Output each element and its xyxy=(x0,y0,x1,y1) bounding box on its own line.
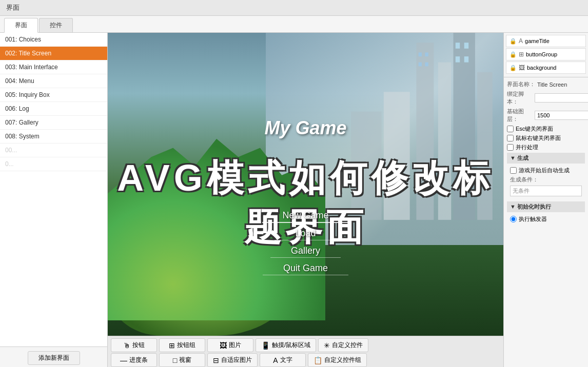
prop-parallel: 并行处理 xyxy=(507,144,585,151)
prop-bind-script-label: 绑定脚本： xyxy=(507,90,533,106)
svg-rect-10 xyxy=(456,43,460,49)
window-title: 界面 xyxy=(6,4,19,11)
game-title-text: My Game xyxy=(264,117,346,139)
tab-controls[interactable]: 控件 xyxy=(39,18,73,32)
scene-item-002[interactable]: 002: Title Screen xyxy=(0,47,107,60)
menu-btn-load[interactable]: Load xyxy=(275,227,336,240)
toolbar-btn-button[interactable]: 🖱 按钮 xyxy=(111,338,157,352)
generate-section-content: 游戏开始后自动生成 生成条件： 无条件 xyxy=(507,165,585,200)
menu-btn-newgame[interactable]: New Game xyxy=(262,209,349,223)
customgroup-icon: 📋 xyxy=(313,356,322,364)
prop-right-click-close: 鼠标右键关闭界面 xyxy=(507,134,585,142)
svg-rect-13 xyxy=(464,56,468,63)
touch-label: 触摸/鼠标区域 xyxy=(272,341,310,350)
menu-btn-gallery[interactable]: Gallery xyxy=(270,244,341,258)
tab-interface[interactable]: 界面 xyxy=(4,18,38,33)
toolbar-btn-buttongroup[interactable]: ⊞ 按钮组 xyxy=(159,338,205,352)
canvas-wrapper[interactable]: My Game AVG模式如何修改标题界面 New Game Load Gall… xyxy=(108,33,503,336)
props-panel: 界面名称： Title Screen 绑定脚本： 基础图层： Esc键关闭界面 … xyxy=(504,77,588,228)
add-scene-button[interactable]: 添加新界面 xyxy=(28,351,80,365)
svg-rect-5 xyxy=(351,112,381,220)
menu-btn-quit[interactable]: Quit Game xyxy=(263,262,348,275)
layer-type-icon-gametitle: A xyxy=(519,37,523,45)
prop-exec-trigger-radio[interactable] xyxy=(510,216,517,222)
adaptive-label: 自适应图片 xyxy=(221,356,252,364)
svg-rect-6 xyxy=(419,52,422,56)
button-icon: 🖱 xyxy=(123,341,130,350)
prop-generate-condition: 生成条件： xyxy=(510,176,582,184)
button-label: 按钮 xyxy=(132,341,145,350)
scene-item-001[interactable]: 001: Choices xyxy=(0,33,107,47)
svg-rect-12 xyxy=(456,56,460,63)
left-panel: 001: Choices 002: Title Screen 003: Main… xyxy=(0,33,108,367)
prop-generate-condition-label: 生成条件： xyxy=(510,176,538,184)
svg-rect-1 xyxy=(438,63,451,220)
init-section-content: 执行触发器 xyxy=(507,213,585,225)
toolbar-btn-touch[interactable]: 📱 触摸/鼠标区域 xyxy=(256,338,316,352)
progress-icon: — xyxy=(120,356,127,364)
svg-rect-7 xyxy=(425,52,428,56)
toolbar-btn-text[interactable]: A 文字 xyxy=(260,353,306,367)
prop-scene-name-value: Title Screen xyxy=(537,81,567,88)
generate-section-header: ▼ 生成 xyxy=(507,153,585,164)
menu-buttons: New Game Load Gallery Quit Game xyxy=(262,209,349,275)
prop-exec-trigger-label: 执行触发器 xyxy=(519,215,547,223)
custom-icon: ✳ xyxy=(324,341,330,350)
prop-right-click-close-label: 鼠标右键关闭界面 xyxy=(516,134,561,142)
lock-icon-background: 🔒 xyxy=(509,65,517,71)
init-section-label: ▼ 初始化时执行 xyxy=(510,203,551,211)
text-icon: A xyxy=(273,356,278,364)
generate-condition-value: 无条件 xyxy=(510,186,582,196)
touch-icon: 📱 xyxy=(261,341,270,350)
prop-bind-script: 绑定脚本： xyxy=(507,90,585,106)
prop-base-layer-input[interactable] xyxy=(535,111,588,120)
buttongroup-label: 按钮组 xyxy=(177,341,195,350)
prop-bind-script-input[interactable] xyxy=(535,93,588,103)
toolbar-btn-adaptive[interactable]: ⊟ 自适应图片 xyxy=(207,353,258,367)
tab-bar: 界面 控件 xyxy=(0,16,588,33)
layer-name-gametitle: gameTitle xyxy=(525,38,550,44)
scene-item-009[interactable]: 00... xyxy=(0,144,107,157)
layer-item-gametitle[interactable]: 🔒 A gameTitle xyxy=(506,35,586,47)
layer-item-background[interactable]: 🔒 🖼 background xyxy=(506,62,586,74)
scene-list: 001: Choices 002: Title Screen 003: Main… xyxy=(0,33,107,346)
center-area: My Game AVG模式如何修改标题界面 New Game Load Gall… xyxy=(108,33,503,367)
toolbar-btn-custom[interactable]: ✳ 自定义控件 xyxy=(318,338,368,352)
text-label: 文字 xyxy=(280,356,292,364)
scene-item-010[interactable]: 0... xyxy=(0,157,107,171)
lock-icon-buttongroup: 🔒 xyxy=(509,51,517,58)
toolbar-row-2: — 进度条 □ 视窗 ⊟ 自适应图片 A 文字 📋 自定义控件组 xyxy=(111,353,500,367)
toolbar-btn-image[interactable]: 🖼 图片 xyxy=(207,338,253,352)
prop-exec-trigger: 执行触发器 xyxy=(510,215,582,223)
bottom-toolbar: 🖱 按钮 ⊞ 按钮组 🖼 图片 📱 触摸/鼠标区域 ✳ 自定义控件 xyxy=(108,336,503,367)
generate-section-label: ▼ 生成 xyxy=(510,154,528,162)
prop-parallel-checkbox[interactable] xyxy=(507,144,514,151)
prop-right-click-close-checkbox[interactable] xyxy=(507,135,514,141)
prop-esc-close-checkbox[interactable] xyxy=(507,126,514,132)
image-label: 图片 xyxy=(229,341,241,350)
svg-rect-9 xyxy=(425,63,428,67)
prop-auto-generate-checkbox[interactable] xyxy=(510,167,517,174)
scene-item-003[interactable]: 003: Main Interface xyxy=(0,60,107,74)
scene-item-007[interactable]: 007: Gallery xyxy=(0,116,107,130)
layer-type-icon-buttongroup: ⊞ xyxy=(519,51,524,58)
toolbar-row-1: 🖱 按钮 ⊞ 按钮组 🖼 图片 📱 触摸/鼠标区域 ✳ 自定义控件 xyxy=(111,338,500,352)
toolbar-btn-viewport[interactable]: □ 视窗 xyxy=(159,353,205,367)
prop-auto-generate: 游戏开始后自动生成 xyxy=(510,167,582,174)
scene-item-008[interactable]: 008: System xyxy=(0,130,107,144)
prop-auto-generate-label: 游戏开始后自动生成 xyxy=(519,167,570,174)
viewport-label: 视窗 xyxy=(179,356,191,364)
lock-icon-gametitle: 🔒 xyxy=(509,38,517,45)
layer-item-buttongroup[interactable]: 🔒 ⊞ buttonGroup xyxy=(506,48,586,60)
prop-scene-name: 界面名称： Title Screen xyxy=(507,80,585,88)
scene-item-006[interactable]: 006: Log xyxy=(0,102,107,116)
svg-rect-4 xyxy=(384,92,410,220)
scene-item-005[interactable]: 005: Inquiry Box xyxy=(0,88,107,102)
toolbar-btn-customgroup[interactable]: 📋 自定义控件组 xyxy=(308,353,367,367)
svg-rect-8 xyxy=(419,63,422,67)
scene-item-004[interactable]: 004: Menu xyxy=(0,74,107,88)
prop-base-layer-label: 基础图层： xyxy=(507,108,533,123)
progress-label: 进度条 xyxy=(129,356,148,364)
toolbar-btn-progress[interactable]: — 进度条 xyxy=(111,353,157,367)
prop-esc-close-label: Esc键关闭界面 xyxy=(516,125,553,133)
